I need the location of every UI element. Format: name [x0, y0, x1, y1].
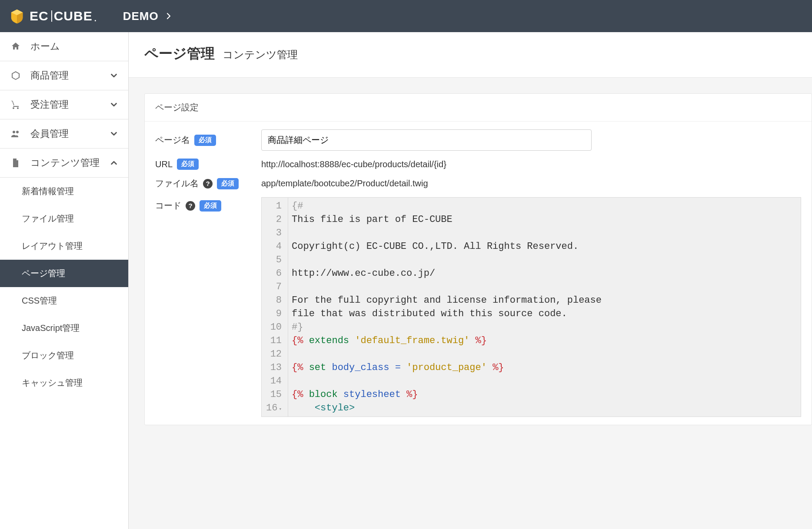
- main-content: ページ管理 コンテンツ管理 ページ設定 ページ名 必須 URL: [129, 32, 812, 529]
- sidebar-sub-pages[interactable]: ページ管理: [0, 260, 128, 287]
- brand-logo-icon: [9, 8, 25, 24]
- top-header: EC CUBE . DEMO: [0, 0, 812, 32]
- sidebar-sub-cache[interactable]: キャッシュ管理: [0, 369, 128, 397]
- sidebar-label: 受注管理: [30, 98, 100, 111]
- sidebar-label: ホーム: [30, 40, 119, 53]
- cube-icon: [10, 69, 22, 82]
- sidebar-item-home[interactable]: ホーム: [0, 32, 128, 61]
- brand-text-b: CUBE: [54, 9, 93, 23]
- sidebar-item-members[interactable]: 会員管理: [0, 119, 128, 149]
- header-shop-link[interactable]: DEMO: [123, 10, 173, 23]
- row-file-name: ファイル名 ? 必須 app/template/bootcube2/Produc…: [155, 178, 801, 189]
- required-badge: 必須: [200, 200, 221, 212]
- help-icon[interactable]: ?: [203, 179, 213, 188]
- chevron-up-icon: [109, 158, 119, 168]
- required-badge: 必須: [194, 135, 216, 146]
- sidebar-sub-files[interactable]: ファイル管理: [0, 205, 128, 232]
- chevron-down-icon: [109, 71, 119, 80]
- row-code: コード ? 必須 12345678910111213141516 {#This …: [155, 197, 801, 417]
- row-url: URL 必須 http://localhost:8888/ec-cube/pro…: [155, 159, 801, 170]
- chevron-down-icon: [109, 129, 119, 139]
- sidebar-label: 会員管理: [30, 127, 100, 140]
- sidebar-sub-css[interactable]: CSS管理: [0, 287, 128, 314]
- chevron-right-icon: [165, 12, 173, 20]
- sidebar-sub-js[interactable]: JavaScript管理: [0, 314, 128, 342]
- home-icon: [10, 40, 22, 53]
- label-code: コード: [155, 200, 181, 212]
- label-url: URL: [155, 159, 173, 169]
- sidebar-label: 商品管理: [30, 69, 100, 82]
- sidebar-item-contents[interactable]: コンテンツ管理: [0, 149, 128, 178]
- brand[interactable]: EC CUBE .: [9, 8, 97, 24]
- brand-text: EC CUBE .: [30, 9, 97, 23]
- page-title-bar: ページ管理 コンテンツ管理: [129, 32, 812, 78]
- page-title: ページ管理: [144, 44, 215, 63]
- sidebar-sub-blocks[interactable]: ブロック管理: [0, 342, 128, 369]
- brand-text-a: EC: [30, 9, 49, 23]
- sidebar-sub-layout[interactable]: レイアウト管理: [0, 232, 128, 260]
- value-url: http://localhost:8888/ec-cube/products/d…: [261, 159, 801, 169]
- editor-code[interactable]: {#This file is part of EC-CUBE Copyright…: [288, 198, 801, 417]
- code-editor[interactable]: 12345678910111213141516 {#This file is p…: [261, 197, 801, 417]
- label-page-name: ページ名: [155, 134, 190, 146]
- help-icon[interactable]: ?: [186, 201, 195, 211]
- sidebar-label: コンテンツ管理: [30, 156, 100, 169]
- card-header: ページ設定: [145, 94, 812, 122]
- brand-dot: .: [94, 14, 97, 23]
- label-file-name: ファイル名: [155, 178, 199, 189]
- header-demo-label: DEMO: [123, 10, 159, 23]
- editor-gutter: 12345678910111213141516: [262, 198, 288, 417]
- value-file-name: app/template/bootcube2/Product/detail.tw…: [261, 179, 801, 188]
- sidebar: ホーム 商品管理 受注管理 会員管理 コンテンツ管理 新着情報管理 ファイル管理…: [0, 32, 129, 529]
- input-page-name[interactable]: [261, 129, 592, 151]
- row-page-name: ページ名 必須: [155, 129, 801, 151]
- page-subtitle: コンテンツ管理: [223, 48, 298, 62]
- required-badge: 必須: [177, 159, 199, 170]
- page-settings-card: ページ設定 ページ名 必須 URL 必須 http://: [144, 93, 812, 425]
- sidebar-item-orders[interactable]: 受注管理: [0, 90, 128, 119]
- chevron-down-icon: [109, 100, 119, 109]
- users-icon: [10, 128, 22, 140]
- cart-icon: [10, 99, 22, 111]
- required-badge: 必須: [217, 178, 239, 189]
- file-icon: [10, 157, 22, 169]
- sidebar-sub-news[interactable]: 新着情報管理: [0, 178, 128, 205]
- sidebar-item-products[interactable]: 商品管理: [0, 61, 128, 90]
